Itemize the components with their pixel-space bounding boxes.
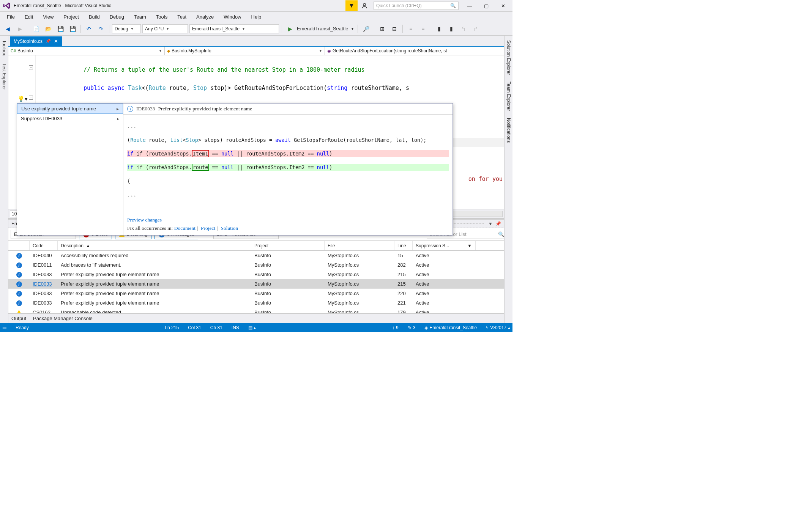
- comment-button[interactable]: ▮: [434, 24, 445, 34]
- test-explorer-tab[interactable]: Test Explorer: [1, 60, 8, 93]
- fixall-project-link[interactable]: Project: [201, 225, 215, 231]
- error-row[interactable]: iIDE0033Prefer explicitly provided tuple…: [8, 289, 512, 298]
- error-row[interactable]: iIDE0033Prefer explicitly provided tuple…: [8, 298, 512, 308]
- nav-type-combo[interactable]: ◆ BusInfo.MyStopInfo▼: [165, 47, 325, 55]
- find-in-files-button[interactable]: 🔎: [361, 24, 371, 34]
- tb-icon-1[interactable]: ⊞: [377, 24, 388, 34]
- menubar: File Edit View Project Build Debug Team …: [0, 12, 512, 22]
- col-project[interactable]: Project: [251, 241, 325, 250]
- lightbulb-icon[interactable]: 💡▾: [17, 96, 28, 102]
- notifications-tab[interactable]: Notifications: [505, 115, 512, 146]
- run-target-dropdown[interactable]: ▼: [350, 24, 355, 34]
- info-icon: i: [16, 262, 22, 268]
- start-debug-button[interactable]: ▶: [285, 24, 295, 34]
- undo-button[interactable]: ↶: [84, 24, 94, 34]
- save-all-button[interactable]: 💾: [67, 24, 78, 34]
- minimize-button[interactable]: —: [462, 0, 478, 11]
- navigation-bar: C# BusInfo▼ ◆ BusInfo.MyStopInfo▼ ◉ GetR…: [8, 46, 512, 55]
- class-icon: ◆: [167, 49, 170, 53]
- qa-diff-view: ... (Route route, List<Stop> stops) rout…: [123, 115, 453, 215]
- nav-back-button[interactable]: ◀: [2, 24, 13, 34]
- quick-action-suppress[interactable]: Suppress IDE0033 ▸: [17, 114, 123, 123]
- solution-explorer-tab[interactable]: Solution Explorer: [505, 37, 512, 78]
- status-repo[interactable]: ◈ EmeraldTransit_Seattle: [424, 325, 477, 330]
- fixall-document-link[interactable]: Document: [174, 225, 196, 231]
- qa-preview-footer: Preview changes Fix all occurrences in: …: [123, 215, 453, 235]
- error-row[interactable]: CS0162Unreachable code detectedBusInfoMy…: [8, 308, 512, 313]
- menu-tools[interactable]: Tools: [152, 13, 171, 21]
- col-line[interactable]: Line: [394, 241, 413, 250]
- tb-misc-1[interactable]: ↰: [458, 24, 469, 34]
- col-file[interactable]: File: [325, 241, 394, 250]
- nav-scope-combo[interactable]: C# BusInfo▼: [8, 47, 165, 55]
- tb-icon-2[interactable]: ⊟: [389, 24, 400, 34]
- info-icon: i: [16, 281, 22, 287]
- outdent-button[interactable]: ≡: [418, 24, 428, 34]
- bookmark-button[interactable]: ▮: [446, 24, 457, 34]
- menu-analyze[interactable]: Analyze: [192, 13, 218, 21]
- menu-team[interactable]: Team: [130, 13, 150, 21]
- pin-icon[interactable]: 📌: [46, 39, 51, 44]
- platform-combo[interactable]: Any CPU▼: [142, 24, 188, 33]
- method-icon: ◉: [327, 49, 331, 53]
- quick-action-use-tuple-name[interactable]: Use explicitly provided tuple name ▸: [17, 104, 123, 114]
- error-row[interactable]: iIDE0040Accessibility modifiers required…: [8, 251, 512, 260]
- panel-pin-button[interactable]: 📌: [494, 221, 502, 226]
- error-row[interactable]: iIDE0033Prefer explicitly provided tuple…: [8, 279, 512, 289]
- quick-launch-input[interactable]: Quick Launch (Ctrl+Q) 🔍: [374, 2, 459, 10]
- menu-file[interactable]: File: [3, 13, 19, 21]
- config-combo[interactable]: Debug▼: [112, 24, 141, 33]
- panel-dropdown-button[interactable]: ▼: [487, 221, 494, 226]
- nav-member-combo[interactable]: ◉ GetRouteAndStopForLocation(string rout…: [325, 47, 512, 55]
- info-icon: i: [16, 253, 22, 259]
- user-account-button[interactable]: [358, 0, 371, 11]
- menu-build[interactable]: Build: [85, 13, 104, 21]
- status-branch[interactable]: ⑂ VS2017 ▴: [486, 325, 510, 330]
- menu-project[interactable]: Project: [60, 13, 82, 21]
- main-toolbar: ◀ ▶ 📄 📂 💾 💾 ↶ ↷ Debug▼ Any CPU▼ EmeraldT…: [0, 22, 512, 36]
- error-row[interactable]: iIDE0033Prefer explicitly provided tuple…: [8, 270, 512, 279]
- output-tab[interactable]: Output: [11, 316, 26, 321]
- open-file-button[interactable]: 📂: [43, 24, 54, 34]
- team-explorer-tab[interactable]: Team Explorer: [505, 79, 512, 114]
- indent-button[interactable]: ≡: [405, 24, 416, 34]
- status-line: Ln 215: [165, 325, 179, 330]
- toolbox-tab[interactable]: Toolbox: [1, 37, 8, 59]
- menu-window[interactable]: Window: [220, 13, 245, 21]
- menu-help[interactable]: Help: [248, 13, 265, 21]
- save-button[interactable]: 💾: [55, 24, 66, 34]
- status-push[interactable]: ↑ 9: [392, 325, 399, 330]
- status-changes[interactable]: ✎ 3: [408, 325, 416, 330]
- status-server-icon[interactable]: ▤ ▴: [248, 325, 256, 330]
- col-suppression[interactable]: Suppression S...: [413, 241, 464, 250]
- menu-test[interactable]: Test: [173, 13, 190, 21]
- nav-fwd-button[interactable]: ▶: [14, 24, 25, 34]
- menu-debug[interactable]: Debug: [106, 13, 128, 21]
- feedback-button[interactable]: ▼: [345, 0, 358, 11]
- col-filter-icon[interactable]: ▼: [464, 241, 476, 250]
- info-icon: i: [16, 291, 22, 297]
- close-button[interactable]: ✕: [495, 0, 511, 11]
- tab-close-icon[interactable]: ✕: [54, 38, 58, 44]
- info-icon: i: [16, 300, 22, 306]
- bottom-dock-tabs: Output Package Manager Console: [8, 313, 512, 323]
- pmc-tab[interactable]: Package Manager Console: [33, 316, 93, 321]
- maximize-button[interactable]: ▢: [478, 0, 494, 11]
- tb-misc-2[interactable]: ↱: [470, 24, 481, 34]
- document-tab-active[interactable]: MyStopInfo.cs 📌 ✕: [10, 36, 62, 46]
- startup-combo[interactable]: EmeraldTransit_Seattle▼: [189, 24, 279, 33]
- error-row[interactable]: iIDE0011Add braces to 'if' statement.Bus…: [8, 260, 512, 270]
- quick-launch-placeholder: Quick Launch (Ctrl+Q): [376, 3, 422, 8]
- col-code[interactable]: Code: [30, 241, 58, 250]
- status-char: Ch 31: [210, 325, 222, 330]
- error-code-link[interactable]: IDE0033: [33, 281, 52, 287]
- fixall-solution-link[interactable]: Solution: [221, 225, 238, 231]
- editor[interactable]: 💡▾ − − − // Returns a tuple of the user'…: [8, 55, 512, 209]
- redo-button[interactable]: ↷: [96, 24, 106, 34]
- col-description[interactable]: Description ▲: [58, 241, 251, 250]
- new-project-button[interactable]: 📄: [31, 24, 41, 34]
- menu-edit[interactable]: Edit: [21, 13, 37, 21]
- menu-view[interactable]: View: [39, 13, 57, 21]
- preview-changes-link[interactable]: Preview changes: [127, 217, 162, 223]
- run-target-label[interactable]: EmeraldTransit_Seattle: [297, 26, 348, 31]
